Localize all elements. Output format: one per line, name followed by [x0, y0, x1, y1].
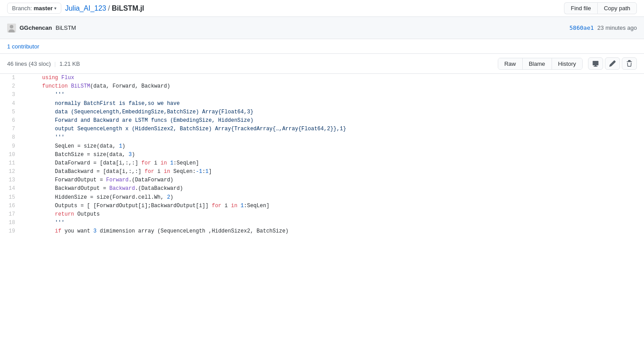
table-row: 1 using Flux	[0, 74, 644, 82]
table-row: 11 DataForward = [data[i,:,:] for i in 1…	[0, 159, 644, 168]
table-row: 2 function BiLSTM(data, Forward, Backwar…	[0, 82, 644, 91]
line-number: 15	[0, 193, 22, 202]
table-row: 5 data (SequenceLength,EmbeddingSize,Bat…	[0, 108, 644, 116]
commit-time: 23 minutes ago	[597, 24, 637, 31]
table-row: 12 DataBackward = [data[i,:,:] for i in …	[0, 168, 644, 176]
line-number: 2	[0, 82, 22, 91]
line-code: data (SequenceLength,EmbeddingSize,Batch…	[22, 108, 644, 116]
copy-path-button[interactable]: Copy path	[597, 2, 637, 14]
breadcrumb: Julia_AI_123 / BiLSTM.jl	[65, 4, 144, 12]
line-number: 6	[0, 116, 22, 125]
table-row: 19 if you want 3 dimimension array (Sequ…	[0, 227, 644, 236]
file-lines: 46 lines (43 sloc)	[7, 60, 51, 67]
line-number: 16	[0, 202, 22, 210]
line-number: 7	[0, 125, 22, 133]
file-actions: Raw Blame History	[498, 57, 637, 70]
line-code: normally BatchFirst is false,so we have	[22, 100, 644, 108]
line-number: 8	[0, 133, 22, 142]
line-code: SeqLen = size(data, 1)	[22, 142, 644, 151]
table-row: 14 BackwardOutput = Backward.(DataBackwa…	[0, 185, 644, 193]
line-code: BatchSize = size(data, 3)	[22, 151, 644, 159]
file-info-separator: |	[54, 60, 56, 67]
contributors-bar: 1 contributor	[0, 39, 644, 54]
line-number: 19	[0, 227, 22, 236]
table-row: 3 '''	[0, 91, 644, 99]
code-container: 1 using Flux 2 function BiLSTM(data, For…	[0, 74, 644, 236]
table-row: 7 output SequenceLength x (HiddenSizex2,…	[0, 125, 644, 133]
line-code: ForwardOutput = Forward.(DataForward)	[22, 176, 644, 185]
breadcrumb-filename: BiLSTM.jl	[112, 4, 144, 12]
branch-name: master	[34, 5, 53, 12]
line-code: '''	[22, 219, 644, 227]
blame-button[interactable]: Blame	[523, 58, 552, 69]
line-number: 13	[0, 176, 22, 185]
file-size: 1.21 KB	[60, 60, 80, 67]
table-row: 17 return Outputs	[0, 210, 644, 219]
table-row: 13 ForwardOutput = Forward.(DataForward)	[0, 176, 644, 185]
contributors-link[interactable]: 1 contributor	[7, 43, 39, 50]
commit-bar-left: GGchencan BiLSTM	[7, 24, 76, 32]
branch-label: Branch:	[12, 5, 32, 12]
file-action-group: Raw Blame History	[498, 58, 583, 70]
table-row: 15 HiddenSize = size(Forward.cell.Wh, 2)	[0, 193, 644, 202]
line-number: 1	[0, 74, 22, 82]
line-number: 12	[0, 168, 22, 176]
chevron-down-icon: ▾	[54, 6, 56, 11]
line-code: Forward and Backward are LSTM funcs (Emb…	[22, 116, 644, 125]
top-bar-left: Branch: master ▾ Julia_AI_123 / BiLSTM.j…	[7, 3, 144, 14]
line-code: if you want 3 dimimension array (Sequenc…	[22, 227, 644, 236]
table-row: 9 SeqLen = size(data, 1)	[0, 142, 644, 151]
line-code: Outputs = [ [ForwardOutput[i];BackwardOu…	[22, 202, 644, 210]
line-number: 5	[0, 108, 22, 116]
line-code: output SequenceLength x (HiddenSizex2, B…	[22, 125, 644, 133]
find-file-button[interactable]: Find file	[564, 2, 597, 14]
table-row: 18 '''	[0, 219, 644, 227]
table-row: 8 '''	[0, 133, 644, 142]
line-code: return Outputs	[22, 210, 644, 219]
line-number: 17	[0, 210, 22, 219]
file-info: 46 lines (43 sloc) | 1.21 KB	[7, 60, 80, 67]
line-code: BackwardOutput = Backward.(DataBackward)	[22, 185, 644, 193]
top-bar-right: Find file Copy path	[564, 2, 637, 14]
delete-button[interactable]	[622, 57, 637, 70]
commit-hash-link[interactable]: 5860ae1	[569, 24, 594, 31]
line-code: function BiLSTM(data, Forward, Backward)	[22, 82, 644, 91]
file-toolbar: 46 lines (43 sloc) | 1.21 KB Raw Blame H…	[0, 54, 644, 74]
top-bar: Branch: master ▾ Julia_AI_123 / BiLSTM.j…	[0, 0, 644, 17]
svg-point-1	[10, 25, 13, 28]
line-number: 11	[0, 159, 22, 168]
avatar	[7, 24, 16, 32]
breadcrumb-repo-link[interactable]: Julia_AI_123	[65, 4, 106, 12]
code-table: 1 using Flux 2 function BiLSTM(data, For…	[0, 74, 644, 236]
breadcrumb-separator: /	[108, 4, 110, 12]
line-code: DataBackward = [data[i,:,:] for i in Seq…	[22, 168, 644, 176]
table-row: 16 Outputs = [ [ForwardOutput[i];Backwar…	[0, 202, 644, 210]
history-button[interactable]: History	[552, 58, 582, 69]
edit-button[interactable]	[605, 57, 620, 70]
commit-message: BiLSTM	[56, 24, 76, 31]
commit-bar-right: 5860ae1 23 minutes ago	[569, 24, 637, 31]
commit-bar: GGchencan BiLSTM 5860ae1 23 minutes ago	[0, 17, 644, 39]
line-number: 14	[0, 185, 22, 193]
desktop-view-button[interactable]	[588, 57, 603, 70]
line-number: 3	[0, 91, 22, 99]
line-code: using Flux	[22, 74, 644, 82]
table-row: 10 BatchSize = size(data, 3)	[0, 151, 644, 159]
branch-selector[interactable]: Branch: master ▾	[7, 3, 61, 14]
line-code: '''	[22, 91, 644, 99]
table-row: 6 Forward and Backward are LSTM funcs (E…	[0, 116, 644, 125]
commit-author: GGchencan	[20, 24, 52, 31]
line-number: 10	[0, 151, 22, 159]
table-row: 4 normally BatchFirst is false,so we hav…	[0, 100, 644, 108]
line-code: HiddenSize = size(Forward.cell.Wh, 2)	[22, 193, 644, 202]
line-number: 18	[0, 219, 22, 227]
raw-button[interactable]: Raw	[498, 58, 523, 69]
line-code: '''	[22, 133, 644, 142]
line-number: 4	[0, 100, 22, 108]
line-number: 9	[0, 142, 22, 151]
line-code: DataForward = [data[i,:,:] for i in 1:Se…	[22, 159, 644, 168]
